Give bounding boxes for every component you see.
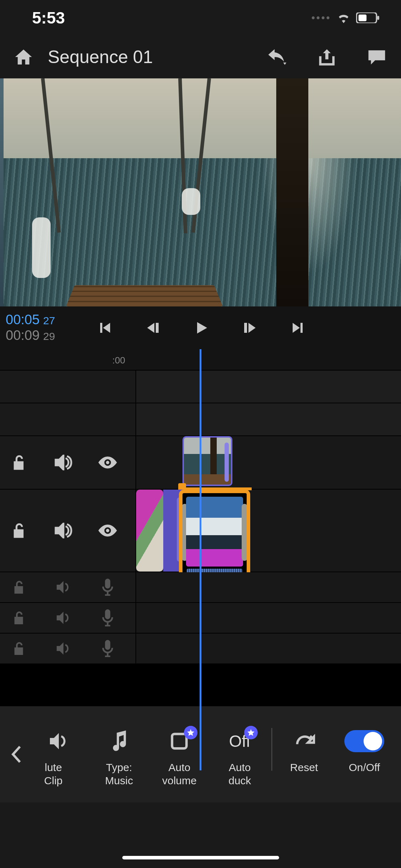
tool-label: Auto volume bbox=[162, 761, 197, 787]
lock-icon[interactable] bbox=[10, 453, 29, 472]
eye-icon[interactable] bbox=[98, 453, 117, 472]
svg-rect-1 bbox=[359, 15, 367, 21]
premium-badge-icon bbox=[184, 726, 197, 739]
timeline[interactable] bbox=[0, 370, 401, 663]
premium-badge-icon bbox=[244, 726, 258, 739]
status-time: 5:53 bbox=[32, 8, 65, 27]
home-indicator[interactable] bbox=[122, 856, 279, 859]
lock-icon[interactable] bbox=[10, 521, 29, 540]
home-button[interactable] bbox=[14, 47, 34, 67]
lock-icon[interactable] bbox=[10, 609, 29, 627]
svg-rect-7 bbox=[105, 640, 110, 650]
svg-point-4 bbox=[106, 529, 109, 532]
battery-icon bbox=[356, 12, 380, 23]
divider bbox=[271, 728, 272, 771]
track-header bbox=[0, 572, 136, 602]
svg-point-3 bbox=[106, 461, 109, 464]
playhead[interactable] bbox=[200, 349, 201, 770]
svg-rect-5 bbox=[105, 579, 110, 589]
mic-icon[interactable] bbox=[98, 609, 117, 627]
mute-clip-tool[interactable]: lute Clip bbox=[29, 728, 89, 787]
track-header bbox=[0, 490, 136, 572]
playback-bar: 00:05 27 00:09 29 bbox=[0, 306, 401, 349]
reset-icon bbox=[293, 728, 315, 754]
eye-icon[interactable] bbox=[98, 521, 117, 540]
volume-icon[interactable] bbox=[54, 639, 73, 658]
mic-icon[interactable] bbox=[98, 639, 117, 658]
cellular-dots-icon: •••• bbox=[312, 12, 331, 24]
onoff-toggle-tool[interactable]: On/Off bbox=[334, 728, 395, 774]
tool-label: Type: Music bbox=[105, 761, 133, 787]
wifi-icon bbox=[336, 12, 351, 23]
comment-button[interactable] bbox=[366, 46, 387, 68]
current-frames: 27 bbox=[43, 315, 55, 327]
go-to-start-button[interactable] bbox=[94, 317, 115, 338]
track-header bbox=[0, 634, 136, 663]
clip-v2-1[interactable] bbox=[182, 436, 232, 486]
export-button[interactable] bbox=[316, 46, 338, 68]
total-time: 00:09 bbox=[6, 328, 40, 343]
volume-icon bbox=[48, 728, 70, 754]
tool-label: lute Clip bbox=[44, 761, 63, 787]
tool-label: On/Off bbox=[349, 761, 380, 774]
music-note-icon bbox=[110, 728, 128, 754]
track-header bbox=[0, 603, 136, 633]
sequence-title[interactable]: Sequence 01 bbox=[48, 47, 252, 67]
svg-rect-6 bbox=[105, 609, 110, 619]
go-to-end-button[interactable] bbox=[288, 317, 309, 338]
lock-icon[interactable] bbox=[10, 639, 29, 658]
volume-icon[interactable] bbox=[54, 521, 73, 540]
video-preview[interactable] bbox=[0, 78, 401, 306]
tool-label: Reset bbox=[290, 761, 318, 774]
header: Sequence 01 bbox=[0, 36, 401, 78]
volume-icon[interactable] bbox=[54, 578, 73, 596]
undo-button[interactable] bbox=[266, 46, 288, 68]
reset-tool[interactable]: Reset bbox=[274, 728, 334, 774]
tool-label: Auto duck bbox=[228, 761, 251, 787]
step-forward-button[interactable] bbox=[240, 317, 260, 338]
clip-v1-1[interactable] bbox=[136, 490, 163, 572]
track-header bbox=[0, 436, 136, 489]
status-right: •••• bbox=[312, 12, 380, 24]
volume-icon[interactable] bbox=[54, 453, 73, 472]
svg-rect-2 bbox=[377, 16, 379, 20]
mic-icon[interactable] bbox=[98, 578, 117, 596]
lock-icon[interactable] bbox=[10, 578, 29, 596]
toggle-switch[interactable] bbox=[344, 730, 384, 752]
status-bar: 5:53 •••• bbox=[0, 0, 401, 36]
volume-icon[interactable] bbox=[54, 609, 73, 627]
total-frames: 29 bbox=[43, 330, 55, 343]
play-button[interactable] bbox=[191, 317, 212, 338]
toolbar-scroll-left[interactable] bbox=[4, 745, 29, 764]
timecode[interactable]: 00:05 27 00:09 29 bbox=[0, 312, 70, 343]
type-music-tool[interactable]: Type: Music bbox=[89, 728, 149, 787]
ruler-tick: :00 bbox=[112, 355, 125, 366]
auto-duck-tool[interactable]: Off Auto duck bbox=[210, 728, 270, 787]
current-time: 00:05 bbox=[6, 312, 40, 328]
step-back-button[interactable] bbox=[143, 317, 163, 338]
